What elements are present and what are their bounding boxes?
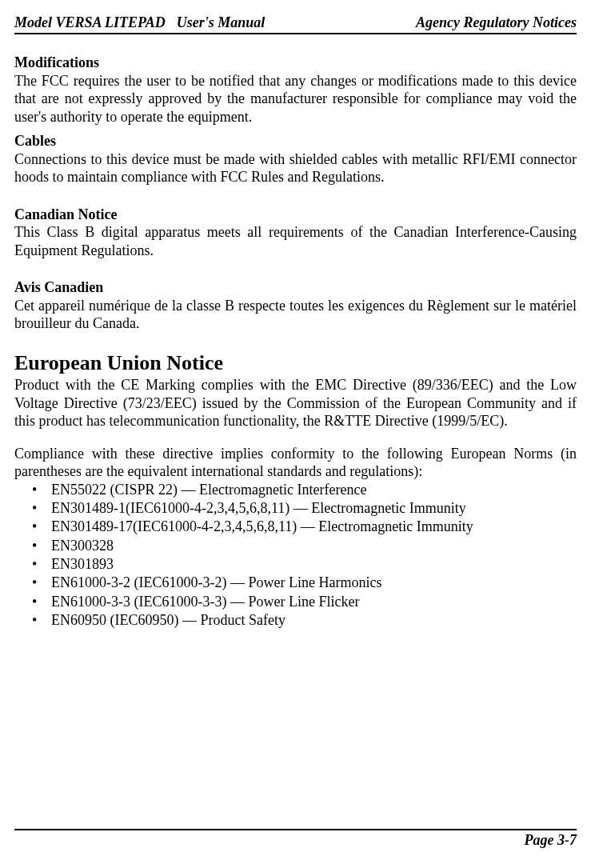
canadian-heading: Canadian Notice: [14, 206, 577, 224]
list-item: EN55022 (CISPR 22) –– Electromagnetic In…: [32, 481, 577, 499]
canadian-body: This Class B digital apparatus meets all…: [14, 223, 577, 259]
eu-body-2: Compliance with these directive implies …: [14, 445, 577, 481]
list-item: EN61000-3-3 (IEC61000-3-3) –– Power Line…: [32, 593, 577, 611]
page-header: Model VERSA LITEPAD User's Manual Agency…: [14, 14, 577, 34]
list-item: EN61000-3-2 (IEC61000-3-2) –– Power Line…: [32, 574, 577, 592]
header-manual: User's Manual: [177, 14, 266, 31]
modifications-heading: Modifications: [14, 54, 577, 72]
spacer: [14, 266, 577, 274]
cables-heading: Cables: [14, 132, 577, 150]
cables-body: Connections to this device must be made …: [14, 150, 577, 186]
compliance-list: EN55022 (CISPR 22) –– Electromagnetic In…: [14, 481, 577, 630]
eu-heading: European Union Notice: [14, 350, 577, 377]
modifications-body: The FCC requires the user to be notified…: [14, 72, 577, 126]
header-section: Agency Regulatory Notices: [416, 14, 577, 31]
list-item: EN301489-1(IEC61000-4-2,3,4,5,6,8,11) ––…: [32, 499, 577, 518]
list-item: EN301489-17(IEC61000-4-2,3,4,5,6,8,11) –…: [32, 518, 577, 536]
page-footer: Page 3-7: [14, 829, 577, 849]
eu-body-1: Product with the CE Marking complies wit…: [14, 376, 577, 430]
list-item: EN300328: [32, 537, 577, 555]
avis-heading: Avis Canadien: [14, 278, 577, 297]
header-left: Model VERSA LITEPAD User's Manual: [14, 14, 265, 31]
header-model: Model VERSA LITEPAD: [14, 14, 166, 31]
list-item: EN301893: [32, 555, 577, 574]
spacer: [14, 437, 577, 445]
spacer: [14, 193, 577, 201]
list-item: EN60950 (IEC60950) –– Product Safety: [32, 611, 577, 630]
page-content: Modifications The FCC requires the user …: [14, 54, 577, 819]
page-number: Page 3-7: [525, 832, 577, 848]
avis-body: Cet appareil numérique de la classe B re…: [14, 297, 577, 333]
